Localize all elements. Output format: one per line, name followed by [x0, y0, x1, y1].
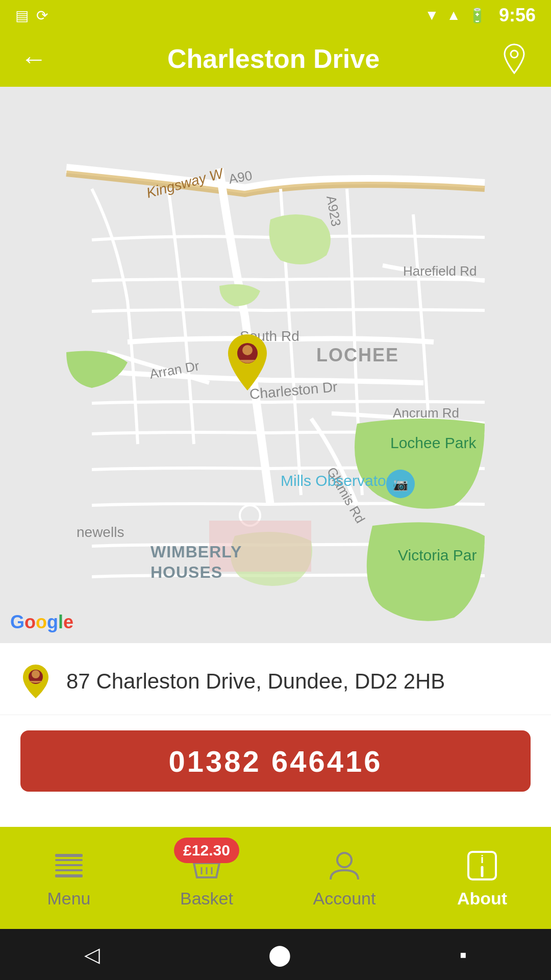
- svg-text:Lochee Park: Lochee Park: [390, 434, 477, 451]
- svg-text:HOUSES: HOUSES: [151, 563, 222, 581]
- android-nav-bar: ◁ ⬤ ▪: [0, 929, 551, 980]
- address-section: 87 Charleston Drive, Dundee, DD2 2HB: [0, 643, 551, 715]
- svg-text:Mills Observatory: Mills Observatory: [281, 472, 399, 489]
- svg-text:i: i: [481, 853, 484, 866]
- google-watermark: Google: [10, 611, 73, 633]
- time-display: 9:56: [499, 5, 536, 26]
- svg-point-34: [337, 853, 352, 867]
- nav-account[interactable]: Account: [276, 848, 413, 909]
- svg-rect-29: [55, 869, 83, 871]
- map-view[interactable]: 📷 Kingsway W A90 A923 Harefield Rd South…: [0, 87, 551, 643]
- android-home-button[interactable]: ⬤: [268, 943, 291, 966]
- svg-point-23: [242, 345, 253, 355]
- svg-text:WIMBERLY: WIMBERLY: [151, 543, 242, 561]
- address-text: 87 Charleston Drive, Dundee, DD2 2HB: [66, 669, 445, 694]
- nav-basket[interactable]: £12.30 Basket: [138, 848, 276, 909]
- svg-rect-27: [55, 859, 83, 861]
- svg-text:newells: newells: [77, 524, 124, 540]
- svg-text:Victoria Par: Victoria Par: [398, 547, 477, 564]
- wifi-icon: ▼: [425, 7, 439, 23]
- svg-rect-28: [55, 864, 83, 866]
- basket-label: Basket: [180, 889, 233, 909]
- svg-rect-30: [55, 874, 83, 877]
- account-icon: [327, 848, 362, 884]
- menu-label: Menu: [47, 889, 90, 909]
- status-bar: ▤ ⟳ ▼ ▲ 🔋 9:56: [0, 0, 551, 31]
- bottom-nav: Menu £12.30 Basket Account i About: [0, 827, 551, 929]
- sync-icon: ⟳: [36, 7, 48, 24]
- svg-text:Harefield Rd: Harefield Rd: [403, 263, 477, 279]
- basket-badge: £12.30: [174, 838, 239, 863]
- svg-point-25: [32, 670, 40, 678]
- android-back-button[interactable]: ◁: [84, 943, 100, 966]
- account-label: Account: [313, 889, 376, 909]
- back-button[interactable]: ←: [20, 45, 47, 72]
- phone-number: 01382 646416: [169, 744, 383, 778]
- battery-icon: 🔋: [468, 7, 486, 24]
- page-title: Charleston Drive: [47, 43, 500, 74]
- right-status-icons: ▼ ▲ 🔋 9:56: [425, 5, 536, 26]
- left-status-icons: ▤ ⟳: [15, 7, 48, 24]
- svg-text:LOCHEE: LOCHEE: [316, 345, 399, 365]
- svg-text:Ancrum Rd: Ancrum Rd: [393, 405, 459, 421]
- nav-about[interactable]: i About: [413, 848, 551, 909]
- nav-menu[interactable]: Menu: [0, 848, 138, 909]
- svg-rect-26: [55, 854, 83, 857]
- svg-point-0: [511, 51, 518, 58]
- map-location-button[interactable]: [498, 42, 531, 75]
- about-label: About: [457, 889, 507, 909]
- menu-icon: [51, 848, 87, 884]
- sim-icon: ▤: [15, 7, 29, 24]
- header: ← Charleston Drive: [0, 31, 551, 87]
- address-pin-icon: [20, 664, 51, 699]
- about-icon: i: [464, 848, 500, 884]
- phone-button[interactable]: 01382 646416: [20, 730, 531, 792]
- signal-icon: ▲: [446, 7, 461, 23]
- android-recents-button[interactable]: ▪: [460, 943, 467, 966]
